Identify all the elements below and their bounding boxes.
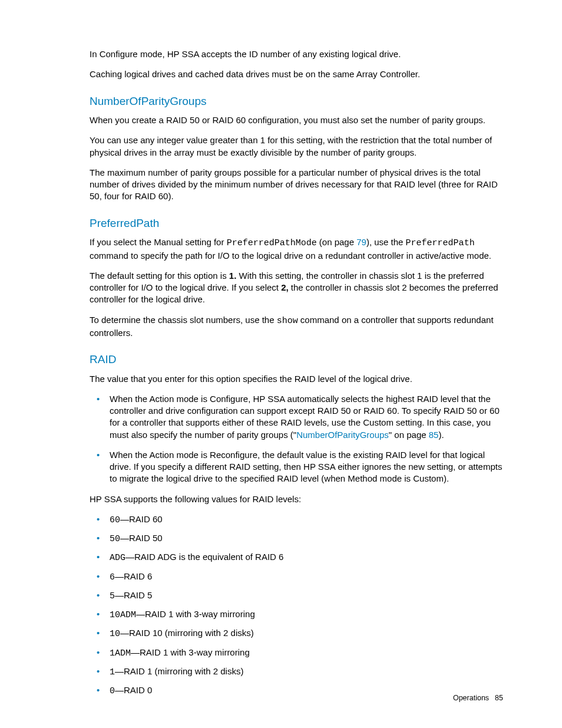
raid-desc: —RAID 60: [120, 514, 163, 524]
sec1-para-3: The maximum number of parity groups poss…: [90, 167, 503, 203]
text: To determine the chassis slot numbers, u…: [90, 315, 277, 325]
list-item: 60—RAID 60: [90, 513, 503, 526]
sec2-para-3: To determine the chassis slot numbers, u…: [90, 314, 503, 340]
raid-desc: —RAID 5: [115, 590, 152, 600]
raid-code: 50: [110, 534, 120, 544]
list-item: 6—RAID 6: [90, 571, 503, 584]
raid-desc: —RAID 1 with 3-way mirroring: [131, 647, 250, 657]
sec3-para-2: HP SSA supports the following values for…: [90, 493, 503, 505]
page-footer: Operations85: [453, 693, 503, 703]
raid-levels-list: 60—RAID 60 50—RAID 50 ADG—RAID ADG is th…: [90, 513, 503, 698]
text: ), use the: [366, 237, 406, 247]
raid-code: 0: [110, 686, 115, 696]
heading-raid: RAID: [90, 352, 503, 367]
raid-code: 10: [110, 629, 120, 639]
footer-page-number: 85: [495, 694, 503, 702]
list-item: 10ADM—RAID 1 with 3-way mirroring: [90, 608, 503, 621]
raid-code: 1ADM: [110, 648, 131, 658]
intro-para-2: Caching logical drives and cached data d…: [90, 68, 503, 80]
page-content: In Configure mode, HP SSA accepts the ID…: [0, 0, 562, 728]
raid-code: 60: [110, 515, 120, 525]
text: If you select the Manual setting for: [90, 237, 227, 247]
raid-code: 5: [110, 591, 115, 601]
bold-2: 2,: [281, 282, 289, 292]
text: command to specify the path for I/O to t…: [90, 251, 491, 261]
sec2-para-1: If you select the Manual setting for Pre…: [90, 236, 503, 262]
list-item: 10—RAID 10 (mirroring with 2 disks): [90, 627, 503, 640]
sec1-para-1: When you create a RAID 50 or RAID 60 con…: [90, 114, 503, 126]
intro-para-1: In Configure mode, HP SSA accepts the ID…: [90, 48, 503, 60]
code-preferredpath: PreferredPath: [406, 238, 475, 248]
list-item: 1ADM—RAID 1 with 3-way mirroring: [90, 647, 503, 660]
sec2-para-2: The default setting for this option is 1…: [90, 270, 503, 306]
raid-desc: —RAID 0: [115, 685, 152, 695]
list-item: When the Action mode is Configure, HP SS…: [90, 393, 503, 441]
link-numberofparitygroups[interactable]: NumberOfParityGroups: [296, 430, 389, 440]
list-item: ADG—RAID ADG is the equivalent of RAID 6: [90, 551, 503, 564]
list-item: When the Action mode is Reconfigure, the…: [90, 449, 503, 485]
code-show: show: [277, 316, 298, 326]
raid-desc: —RAID 50: [120, 533, 163, 543]
list-item: 50—RAID 50: [90, 532, 503, 545]
raid-code: ADG: [110, 553, 125, 563]
bold-1: 1.: [229, 271, 237, 281]
text: The default setting for this option is: [90, 271, 229, 281]
raid-desc: —RAID 10 (mirroring with 2 disks): [120, 628, 254, 638]
page-link-79[interactable]: 79: [356, 237, 366, 247]
heading-preferredpath: PreferredPath: [90, 216, 503, 231]
page-link-85[interactable]: 85: [429, 430, 439, 440]
sec1-para-2: You can use any integer value greater th…: [90, 134, 503, 159]
raid-mode-list: When the Action mode is Configure, HP SS…: [90, 393, 503, 485]
raid-desc: —RAID 6: [115, 571, 152, 581]
footer-section: Operations: [453, 694, 489, 702]
code-preferredpathmode: PreferredPathMode: [227, 238, 317, 248]
raid-desc: —RAID 1 with 3-way mirroring: [136, 609, 255, 619]
text: (on page: [317, 237, 357, 247]
list-item: 1—RAID 1 (mirroring with 2 disks): [90, 666, 503, 678]
list-item: 5—RAID 5: [90, 589, 503, 602]
raid-desc: —RAID ADG is the equivalent of RAID 6: [125, 552, 283, 562]
raid-code: 1: [110, 667, 115, 677]
raid-code: 6: [110, 572, 115, 582]
sec3-para-1: The value that you enter for this option…: [90, 373, 503, 385]
list-item: 0—RAID 0: [90, 684, 503, 697]
text: ).: [438, 430, 444, 440]
heading-numberofparitygroups: NumberOfParityGroups: [90, 94, 503, 109]
raid-code: 10ADM: [110, 610, 136, 620]
text: " on page: [389, 430, 429, 440]
raid-desc: —RAID 1 (mirroring with 2 disks): [115, 666, 243, 676]
